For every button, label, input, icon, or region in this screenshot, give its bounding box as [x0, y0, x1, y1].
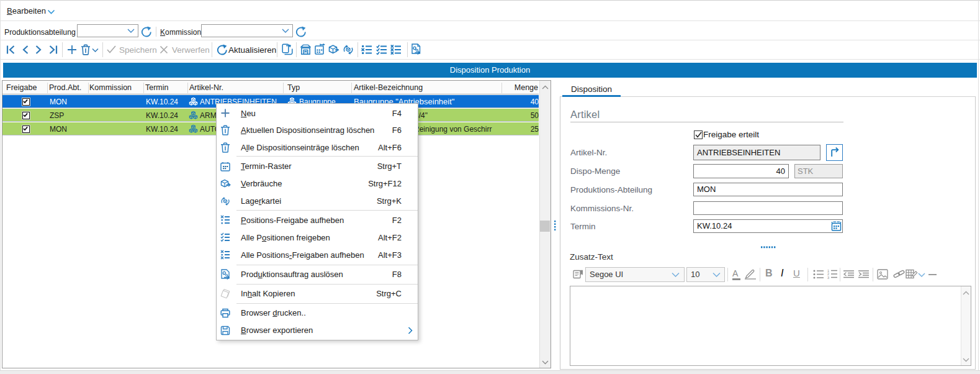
svg-text:3: 3	[827, 276, 829, 280]
